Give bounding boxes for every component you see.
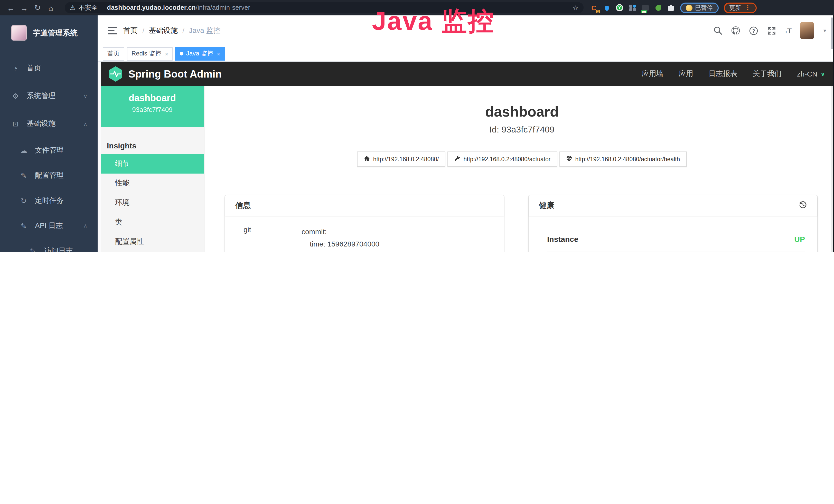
page-scrollbar-track[interactable] [831,86,833,252]
sidebar-item-label: 系统管理 [27,91,56,101]
browser-update-button[interactable]: 更新 ⋮ [724,2,756,13]
svg-text:?: ? [752,28,755,33]
sidebar-item-label: API 日志 [35,221,63,230]
search-icon[interactable] [713,26,722,35]
breadcrumb-separator: / [182,26,184,35]
hamburger-icon[interactable] [108,27,117,34]
sidebar-item-系统管理[interactable]: ⚙系统管理∨ [0,82,97,110]
locale-label: zh-CN [797,70,817,78]
extension-colorzilla-icon[interactable]: C1 [590,4,598,12]
sba-menu-类[interactable]: 类 [101,212,204,232]
extension-grid-icon[interactable] [628,4,636,12]
git-info-line: time: 1596289704000 [302,238,379,250]
sidebar-item-配置管理[interactable]: ✎配置管理 [0,163,97,188]
spring-boot-admin: Spring Boot Admin 应用墙应用日志报表关于我们zh-CN∨ da… [101,62,834,252]
sba-nav-应用[interactable]: 应用 [679,69,693,78]
extension-y-icon[interactable]: Y [615,4,623,12]
instance-subtitle: Id: 93a3fc7f7409 [225,125,819,135]
admin-main: 首页/基础设施/Java 监控 ? тT [97,16,834,252]
admin-menu: ◔首页⚙系统管理∨⊡基础设施∧☁文件管理✎配置管理↻定时任务✎API 日志∧✎访… [0,48,97,252]
instance-link-url: http://192.168.0.2:48080/actuator/health [575,156,680,162]
sidebar-item-首页[interactable]: ◔首页 [0,54,97,82]
sba-menu-环境[interactable]: 环境 [101,193,204,212]
instance-link-wrench[interactable]: http://192.168.0.2:48080/actuator [447,152,557,167]
sidebar-item-访问日志[interactable]: ✎访问日志 [0,238,97,252]
sidebar-item-label: 首页 [27,64,41,73]
address-bar-divider [102,4,103,11]
instance-title: dashboard [225,104,819,120]
extensions-puzzle-icon[interactable] [667,4,675,12]
sidebar-item-基础设施[interactable]: ⊡基础设施∧ [0,110,97,138]
health-history-icon[interactable] [799,201,807,210]
tab-首页[interactable]: 首页 [103,47,124,60]
instance-id: 93a3fc7f7409 [101,106,204,113]
bookmark-star-icon[interactable]: ☆ [572,4,578,12]
heart-pulse-icon [566,156,572,163]
extension-pin-icon[interactable] [602,4,611,12]
extension-icons: C1 Y on [590,4,675,12]
page-scrollbar-edge [833,16,834,252]
font-size-icon[interactable]: тT [785,26,792,35]
instance-link-url: http://192.168.0.2:48080/actuator [463,156,550,162]
browser-menu-icon[interactable]: ⋮ [745,4,751,11]
browser-back-icon[interactable]: ← [4,3,18,12]
help-icon[interactable]: ? [749,26,758,35]
sba-sidebar: dashboard 93a3fc7f7409 Insights 细节性能环境类配… [101,86,204,252]
fullscreen-icon[interactable] [767,26,776,35]
github-icon[interactable] [731,26,740,35]
sba-nav-关于我们[interactable]: 关于我们 [753,69,782,78]
tab-close-icon[interactable]: × [217,51,220,57]
not-secure-warning-icon: ⚠ [70,4,75,11]
health-card-header: 健康 [529,195,817,216]
instance-link-home[interactable]: http://192.168.0.2:48080/ [357,152,446,167]
gear-icon: ⚙ [11,92,20,100]
extension-switch-icon[interactable]: on [641,4,649,12]
sba-menu-配置属性[interactable]: 配置属性 [101,232,204,252]
instance-link-heart-pulse[interactable]: http://192.168.0.2:48080/actuator/health [559,152,686,167]
sba-content: dashboard Id: 93a3fc7f7409 http://192.16… [204,86,834,252]
browser-address-bar[interactable]: ⚠ 不安全 dashboard.yudao.iocoder.cn/infra/a… [65,2,584,13]
health-card: 健康 Instance UP [529,195,817,252]
timer-icon: ↻ [20,197,28,205]
health-row-label: Instance [547,235,578,244]
user-menu-caret-icon[interactable]: ▼ [822,28,827,33]
log-icon: ✎ [20,222,28,230]
not-secure-label: 不安全 [79,3,98,12]
sidebar-item-label: 文件管理 [35,145,64,155]
instance-header[interactable]: dashboard 93a3fc7f7409 [101,86,204,127]
insights-section-label: Insights [101,127,204,154]
git-info-line: id: 27aa832 [302,250,379,252]
browser-reload-icon[interactable]: ↻ [31,3,44,12]
git-info-line: commit: [302,225,379,238]
debugger-paused-badge[interactable]: 已暂停 [680,2,719,13]
locale-caret-icon: ∨ [820,71,825,77]
browser-forward-icon[interactable]: → [18,3,31,12]
app-brand[interactable]: 芋道管理系统 [0,16,97,48]
sba-nav-日志报表[interactable]: 日志报表 [709,69,738,78]
sidebar-item-label: 基础设施 [27,119,56,129]
sidebar-item-定时任务[interactable]: ↻定时任务 [0,188,97,213]
info-card-title: 信息 [225,195,504,216]
breadcrumb-separator: / [142,26,144,35]
page-scrollbar-thumb[interactable] [831,18,833,49]
info-row-value: commit:time: 1596289704000id: 27aa832bra… [302,225,379,252]
extension-leaf-icon[interactable] [654,4,662,12]
tab-Redis 监控[interactable]: Redis 监控× [127,47,173,60]
browser-home-icon[interactable]: ⌂ [44,3,58,12]
cloud-icon: ☁ [20,146,28,154]
locale-selector[interactable]: zh-CN∨ [797,70,825,78]
breadcrumb-item[interactable]: 基础设施 [149,26,178,35]
user-avatar[interactable] [800,22,814,39]
sidebar-item-文件管理[interactable]: ☁文件管理 [0,138,97,163]
tab-close-icon[interactable]: × [165,51,168,57]
sba-menu-细节[interactable]: 细节 [101,154,204,174]
tab-label: Java 监控 [186,49,213,58]
sba-menu-计划任务[interactable]: 计划任务 [101,252,204,252]
sba-menu-性能[interactable]: 性能 [101,174,204,193]
sidebar-item-API 日志[interactable]: ✎API 日志∧ [0,213,97,238]
app-logo [11,25,27,41]
sba-nav-应用墙[interactable]: 应用墙 [642,69,663,78]
breadcrumb-item[interactable]: 首页 [123,26,138,35]
sba-brand[interactable]: Spring Boot Admin [108,66,222,82]
tab-Java 监控[interactable]: Java 监控× [175,47,225,60]
